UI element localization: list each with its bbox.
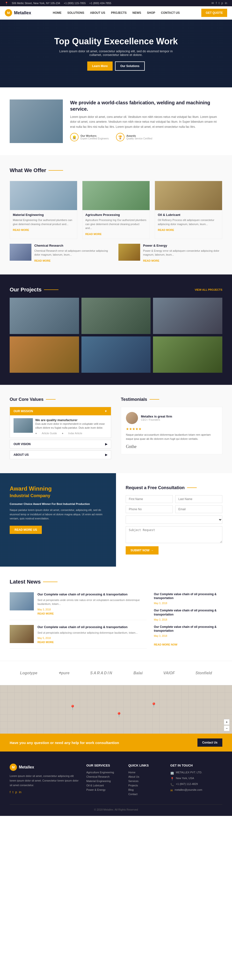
mission-link1[interactable]: Article Guide: [42, 432, 57, 435]
learn-more-button[interactable]: Learn More: [87, 62, 113, 71]
get-quote-button[interactable]: GET QUOTE: [201, 9, 227, 17]
nav-solutions[interactable]: SOLUTIONS: [65, 9, 87, 16]
offer-readmore-agri[interactable]: READ MORE: [85, 232, 101, 235]
award-read-more-button[interactable]: READ MORE US: [9, 526, 42, 534]
email-input[interactable]: [175, 505, 223, 513]
offer-readmore-power[interactable]: READ MORE: [143, 259, 159, 262]
hero-title: Top Quality Execellence Work: [54, 36, 178, 46]
map-zoom-controls: + −: [224, 719, 230, 731]
project-item-5[interactable]: [81, 336, 151, 373]
contact-us-button[interactable]: Contact Us: [197, 738, 223, 747]
award-title1: Award Winning: [9, 485, 106, 492]
first-name-input[interactable]: [126, 495, 173, 503]
award-consult: Award Winning Industrial Company Consume…: [0, 473, 232, 566]
projects-grid: [9, 298, 223, 373]
map-zoom-in[interactable]: +: [224, 719, 230, 725]
accordion-vision-header[interactable]: OUR VISION ▶: [10, 440, 111, 448]
mission-link2[interactable]: Indar Article: [68, 432, 82, 435]
project-item-1[interactable]: [9, 298, 79, 334]
pinterest-icon[interactable]: p: [221, 2, 223, 5]
offer-readmore-material[interactable]: READ MORE: [13, 229, 29, 231]
country-select[interactable]: [126, 515, 223, 524]
map-zoom-out[interactable]: −: [224, 725, 230, 731]
twitter-icon[interactable]: t: [219, 2, 219, 5]
footer: M Metallex Lorem ipsum dolor sit amet, c…: [0, 751, 232, 816]
nav-home[interactable]: HOME: [50, 9, 65, 16]
chevron-right-icon: ▶: [105, 442, 107, 446]
footer-bottom: © 2018 Metallex. All Rights Reserved: [9, 804, 223, 811]
news-grid: Our Complete value chain of oil processi…: [9, 592, 223, 649]
project-item-3[interactable]: [153, 298, 223, 334]
subject-textarea[interactable]: [126, 526, 223, 543]
sidebar-news-title-2: Our Complete value chain of oil processi…: [154, 625, 223, 633]
footer-service-2: Material Engineering: [86, 780, 121, 783]
nav-projects[interactable]: PROJECTS: [108, 9, 129, 16]
accordion-chevron-down: ▼: [104, 409, 107, 413]
stat-workers: 👷 Our Workers Expert Certified Engineers: [70, 133, 109, 142]
accordion-about-header[interactable]: ABOUT US ▶: [10, 451, 111, 459]
footer-pinterest-icon[interactable]: p: [15, 790, 17, 794]
project-item-6[interactable]: [153, 336, 223, 373]
offer-img-agri: [82, 181, 150, 210]
sidebar-news-0: Our Complete value chain of oil processi…: [154, 592, 223, 605]
offer-readmore-chem[interactable]: READ MORE: [34, 259, 51, 262]
offer-desc-agri: Agriculture Processing Ing Our authorize…: [85, 218, 147, 230]
offer-card-0: Material Engineering Material Engineerin…: [9, 181, 77, 239]
offers-row2: Chemical Research Chemical Research erro…: [9, 244, 223, 262]
news-readmore-2[interactable]: READ MORE: [38, 641, 138, 644]
stat-awards: 🏆 Awards Quality Service Certified: [116, 133, 152, 142]
email-icon[interactable]: ✉: [211, 2, 214, 5]
map-background: 📍 📍 📍 + −: [0, 685, 232, 733]
map-pin-3: 📍: [151, 702, 157, 708]
testimonial-card: Metallex is great firm CEO / Founders ★★…: [121, 407, 223, 454]
workers-sub: Expert Certified Engineers: [80, 137, 109, 140]
footer-linkedin-icon[interactable]: in: [19, 790, 21, 794]
nav-contact[interactable]: CONTACT US: [158, 9, 183, 16]
facebook-icon[interactable]: f: [216, 2, 216, 5]
mission-text: We are quality manufacturer Duis aute ir…: [35, 418, 107, 435]
mission-body-text: We are quality manufacturer: [35, 418, 77, 422]
projects-header: Our Projects VIEW ALL PROJECTS: [9, 286, 223, 293]
about-description: Lorem ipsum dolor sit amet, cons ametur …: [70, 115, 223, 129]
testimonial-text: Naque pariatur accusantium doloremque la…: [126, 433, 217, 441]
accordion-vision: OUR VISION ▶: [9, 440, 111, 449]
logo[interactable]: M Metallex: [5, 9, 31, 16]
view-all-projects[interactable]: VIEW ALL PROJECTS: [195, 288, 223, 291]
workers-label: Our Workers: [80, 134, 109, 137]
phone2-text: +1 (800) 434-7855: [89, 2, 111, 5]
arrow-right-icon: →: [151, 549, 154, 552]
offers-title: What We Offer: [9, 167, 223, 173]
nav-news[interactable]: NEWS: [129, 9, 144, 16]
last-name-input[interactable]: [175, 495, 223, 503]
news-date-2: May 5, 2018: [38, 637, 51, 640]
offer-readmore-oil[interactable]: READ MORE: [158, 229, 174, 231]
linkedin-icon[interactable]: in: [225, 2, 227, 5]
partner-4: VAIOF: [163, 671, 175, 675]
nav-about[interactable]: ABOUT US: [87, 9, 108, 16]
core-values-title: Our Core Values: [9, 397, 111, 402]
footer-links-col: Quick Links Home About Us Services Proje…: [128, 764, 163, 797]
award-title2: Industrial Company: [9, 493, 106, 498]
submit-button[interactable]: SUBMIT NOW →: [126, 546, 159, 555]
read-more-all-button[interactable]: READ MORE NOW: [154, 643, 223, 646]
mission-image: [14, 418, 33, 433]
chevron-right-icon2: ▶: [105, 453, 107, 457]
our-solutions-button[interactable]: Our Solutions: [115, 62, 145, 71]
project-item-2[interactable]: [81, 298, 151, 334]
news-readmore-1[interactable]: READ MORE: [38, 612, 147, 615]
nav-shop[interactable]: SHOP: [144, 9, 158, 16]
partner-5: Stonfield: [196, 671, 212, 675]
project-item-4[interactable]: [9, 336, 79, 373]
footer-links-title: Quick Links: [128, 764, 163, 767]
offer-title-agri: Agriculture Processing: [85, 213, 147, 216]
accordion-mission-header[interactable]: OUR MISSION ▼: [10, 407, 111, 415]
footer-social: f t p in: [9, 790, 79, 794]
accordion-mission-body: We are quality manufacturer Duis aute ir…: [10, 415, 111, 438]
phone-input[interactable]: [126, 505, 173, 513]
phone1-text: +1 (800) 115-7855: [64, 2, 86, 5]
footer-facebook-icon[interactable]: f: [9, 790, 11, 794]
sidebar-news-title-0: Our Complete value chain of oil processi…: [154, 592, 223, 600]
testimonial-avatar: [126, 412, 138, 424]
footer-twitter-icon[interactable]: t: [13, 790, 14, 794]
news-text-1: Our Complete value chain of oil processi…: [38, 592, 147, 615]
